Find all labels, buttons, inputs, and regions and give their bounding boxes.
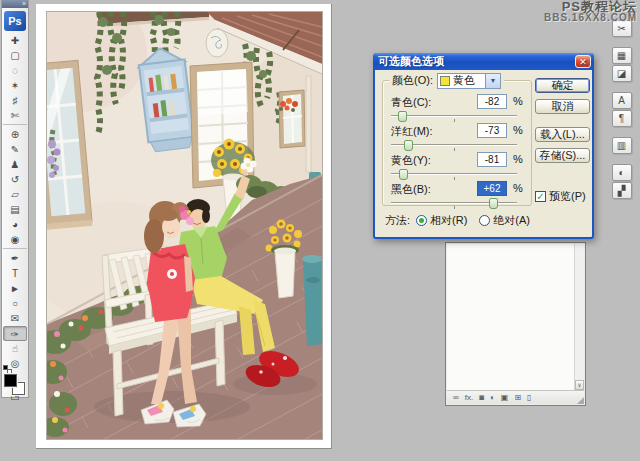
hand-tool[interactable]: ☝	[3, 341, 27, 356]
cyan-slider: 青色(C): -82 %	[389, 94, 525, 123]
preview-checkbox[interactable]: ✓	[535, 191, 546, 202]
radio-icon[interactable]	[479, 215, 490, 226]
tool-icon: ▤	[10, 204, 19, 215]
slider-label: 黑色(B):	[391, 182, 431, 197]
delete-layer-icon[interactable]: ▯	[527, 392, 531, 404]
toolbar-grip[interactable]: »	[2, 0, 28, 8]
palette-dock: ✂ ▦ ◪ A ¶ ▥ ◐	[610, 20, 633, 200]
crop-tool[interactable]: ♯	[3, 93, 27, 108]
brush-tool[interactable]: ✎	[3, 142, 27, 157]
eyedropper-tool[interactable]: ✑	[3, 326, 27, 341]
shape-tool[interactable]: ○	[3, 296, 27, 311]
move-tool[interactable]: ✚	[3, 33, 27, 48]
resize-grip[interactable]	[577, 397, 584, 404]
gradient-tool[interactable]: ▤	[3, 202, 27, 217]
tool-icon: ✚	[11, 35, 19, 46]
adjustment-layer-icon[interactable]: ◐	[490, 392, 495, 404]
color-swatch	[440, 76, 450, 86]
relative-radio[interactable]: 相对(R)	[416, 213, 467, 228]
load-button[interactable]: 载入(L)...	[535, 127, 590, 142]
magic-wand-tool[interactable]: ✶	[3, 78, 27, 93]
layer-style-icon[interactable]: fx.	[465, 392, 473, 404]
close-icon[interactable]: ✕	[575, 55, 591, 68]
blur-tool[interactable]: ◕	[3, 217, 27, 232]
scrollbar[interactable]: ∨	[574, 244, 584, 390]
slider-track[interactable]	[391, 198, 517, 210]
palette-bottom-bar: ∞ fx. ◙ ◐ ▣ ⊞	[447, 390, 584, 404]
color-row: 颜色(O): 黄色 ▼	[389, 72, 504, 89]
tool-icon: ⊕	[11, 129, 19, 140]
tool-icon: ✶	[11, 80, 19, 91]
slider-unit: %	[513, 124, 523, 136]
slider-unit: %	[513, 95, 523, 107]
slider-thumb[interactable]	[398, 111, 407, 122]
watermark: PS教程论坛 BBS.16XX8.COM	[544, 1, 637, 23]
slice-tool[interactable]: ✄	[3, 108, 27, 125]
radio-icon[interactable]	[416, 215, 427, 226]
foreground-color-swatch[interactable]	[4, 374, 17, 387]
method-options: 相对(R) 绝对(A)	[416, 213, 530, 228]
ps-logo[interactable]: Ps	[4, 11, 26, 31]
save-button[interactable]: 存储(S)...	[535, 148, 590, 163]
slider-label: 青色(C):	[391, 95, 431, 110]
clone-stamp-tool[interactable]: ♟	[3, 157, 27, 172]
dialog-titlebar[interactable]: 可选颜色选项 ✕	[373, 53, 594, 70]
slider-thumb[interactable]	[489, 198, 498, 209]
color-value: 黄色	[453, 73, 485, 88]
tool-icon: T	[12, 268, 18, 279]
lasso-tool[interactable]: ◌	[3, 63, 27, 78]
slider-thumb[interactable]	[404, 140, 413, 151]
tool-icon: ◎	[11, 358, 20, 369]
paragraph-palette-icon[interactable]: ¶	[612, 110, 632, 127]
healing-brush-tool[interactable]: ⊕	[3, 127, 27, 142]
dodge-tool[interactable]: ◉	[3, 232, 27, 249]
styles-palette-icon[interactable]: ◪	[612, 65, 632, 82]
swatches-palette-icon[interactable]: ▦	[612, 47, 632, 64]
histogram-palette-icon[interactable]: ▞	[612, 182, 632, 199]
slider-label: 黄色(Y):	[391, 153, 431, 168]
type-tool[interactable]: T	[3, 266, 27, 281]
new-layer-icon[interactable]: ⊞	[514, 392, 521, 404]
slider-track[interactable]	[391, 111, 517, 123]
layer-comps-palette-icon[interactable]: ▥	[612, 137, 632, 154]
dialog-title: 可选颜色选项	[378, 55, 444, 67]
tool-icon: ▱	[11, 189, 19, 200]
tool-icon: ▢	[10, 50, 19, 61]
cancel-button[interactable]: 取消	[535, 99, 590, 114]
slider-value-field[interactable]: +62	[477, 181, 507, 196]
color-label: 颜色(O):	[392, 73, 433, 88]
link-layers-icon[interactable]: ∞	[453, 392, 459, 404]
path-selection-tool[interactable]: ►	[3, 281, 27, 296]
slider-track[interactable]	[391, 169, 517, 181]
scroll-down-icon[interactable]: ∨	[575, 380, 584, 390]
absolute-radio[interactable]: 绝对(A)	[479, 213, 530, 228]
black-slider: 黑色(B): +62 %	[389, 181, 525, 210]
preview-label: 预览(P)	[549, 189, 586, 204]
layer-mask-icon[interactable]: ◙	[479, 392, 484, 404]
notes-tool[interactable]: ✉	[3, 311, 27, 326]
marquee-tool[interactable]: ▢	[3, 48, 27, 63]
character-palette-icon[interactable]: A	[612, 92, 632, 109]
pen-tool[interactable]: ✒	[3, 251, 27, 266]
layer-group-icon[interactable]: ▣	[501, 392, 509, 404]
slider-value-field[interactable]: -81	[477, 152, 507, 167]
color-select[interactable]: 黄色 ▼	[437, 73, 501, 89]
slider-value-field[interactable]: -82	[477, 94, 507, 109]
tool-icon: ✄	[11, 110, 19, 121]
method-label: 方法:	[385, 213, 410, 228]
slider-thumb[interactable]	[399, 169, 408, 180]
ok-button[interactable]: 确定	[535, 78, 590, 93]
tool-icon: ◌	[12, 65, 18, 76]
slider-track[interactable]	[391, 140, 517, 152]
couple-courtyard-photo	[47, 12, 322, 439]
slider-value-field[interactable]: -73	[477, 123, 507, 138]
slider-unit: %	[513, 182, 523, 194]
tool-icon: ►	[10, 283, 20, 294]
chevron-down-icon[interactable]: ▼	[485, 74, 500, 88]
navigator-palette-icon[interactable]: ◐	[612, 164, 632, 181]
photo-canvas[interactable]	[46, 11, 323, 440]
history-brush-tool[interactable]: ↺	[3, 172, 27, 187]
preview-row-wrap: ✓ 预览(P)	[535, 183, 591, 204]
eraser-tool[interactable]: ▱	[3, 187, 27, 202]
layers-list[interactable]: ∨	[447, 244, 584, 390]
